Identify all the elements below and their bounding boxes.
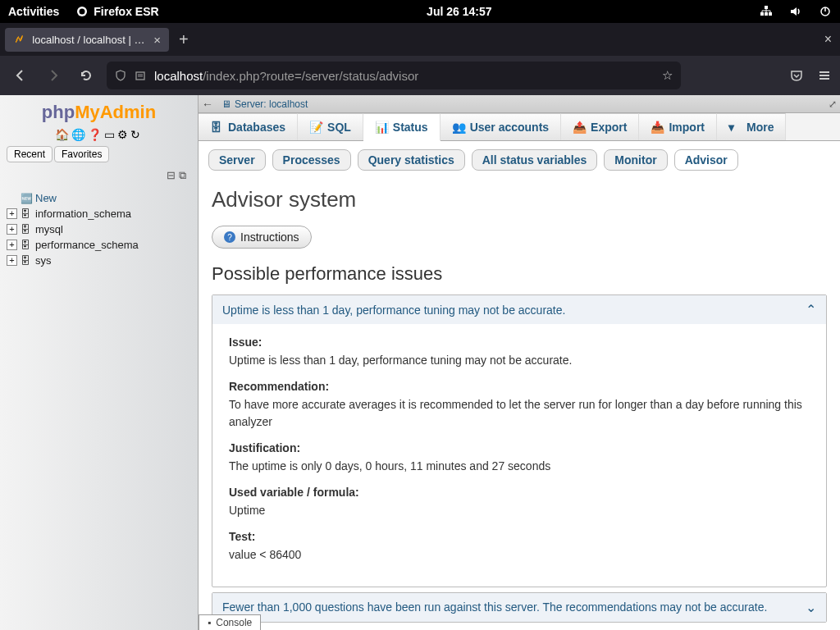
section-heading: Possible performance issues — [212, 263, 827, 285]
subtab-query-statistics[interactable]: Query statistics — [358, 149, 465, 171]
home-icon[interactable]: 🏠 — [55, 128, 71, 141]
test-text: value < 86400 — [229, 546, 810, 563]
export-icon: 📤 — [573, 121, 586, 134]
recommendation-text: To have more accurate averages it is rec… — [229, 396, 810, 430]
firefox-icon — [75, 5, 89, 18]
recommendation-label: Recommendation: — [229, 380, 810, 393]
svg-rect-5 — [769, 12, 772, 16]
expand-icon[interactable]: + — [7, 208, 17, 219]
expand-icon[interactable]: + — [7, 255, 17, 266]
variable-label: Used variable / formula: — [229, 486, 810, 499]
database-icon: 🗄 — [21, 240, 32, 251]
issue-title: Uptime is less than 1 day, performance t… — [222, 304, 806, 317]
subtab-monitor[interactable]: Monitor — [604, 149, 667, 171]
logout-icon[interactable]: 🌐 — [71, 128, 88, 141]
db-node-information-schema[interactable]: +🗄information_schema — [7, 206, 194, 221]
issue-label: Issue: — [229, 336, 810, 349]
forward-button[interactable] — [41, 63, 66, 88]
panel-collapse-icon[interactable]: ⤢ — [829, 98, 837, 110]
console-tab[interactable]: ▪ Console — [199, 614, 261, 630]
panel-back-icon[interactable]: ← — [202, 98, 213, 111]
chevron-down-icon: ⌄ — [806, 600, 816, 615]
back-button[interactable] — [8, 63, 33, 88]
network-icon[interactable] — [760, 5, 773, 18]
status-icon: 📊 — [375, 121, 388, 134]
tab-more[interactable]: ▾More — [717, 113, 786, 140]
sql-icon[interactable]: ▭ — [104, 128, 117, 141]
new-db-link[interactable]: 🆕New — [7, 190, 194, 206]
tab-status[interactable]: 📊Status — [363, 113, 441, 141]
page-info-icon[interactable] — [135, 70, 148, 81]
tab-sql[interactable]: 📝SQL — [298, 113, 363, 140]
tab-export[interactable]: 📤Export — [561, 113, 639, 140]
issue-title: Fewer than 1,000 questions have been run… — [222, 600, 806, 614]
db-tree: 🆕New +🗄information_schema +🗄mysql +🗄perf… — [0, 185, 198, 272]
bookmark-star-icon[interactable]: ☆ — [662, 68, 673, 83]
tab-user-accounts[interactable]: 👥User accounts — [441, 113, 561, 140]
tab-favicon: 🗲 — [13, 33, 25, 46]
chevron-up-icon: ⌃ — [806, 302, 816, 317]
app-name[interactable]: Firefox ESR — [94, 5, 158, 18]
phpmyadmin-app: phpMyAdmin 🏠🌐❓▭⚙↻ Recent Favorites ⊟ ⧉ 🆕… — [0, 95, 840, 630]
svg-rect-2 — [765, 6, 768, 9]
activities-button[interactable]: Activities — [8, 5, 59, 18]
subtab-all-status-variables[interactable]: All status variables — [472, 149, 598, 171]
issue-body: Issue: Uptime is less than 1 day, perfor… — [212, 324, 826, 587]
power-icon[interactable] — [819, 5, 832, 18]
issue-header[interactable]: Fewer than 1,000 questions have been run… — [212, 593, 826, 622]
svg-point-1 — [80, 9, 85, 15]
tab-title: localhost / localhost | php — [32, 34, 147, 46]
issue-panel-1: Uptime is less than 1 day, performance t… — [212, 294, 827, 587]
server-icon: 🖥 — [221, 98, 231, 110]
databases-icon: 🗄 — [210, 121, 223, 134]
expand-icon[interactable]: + — [7, 224, 17, 235]
issue-text: Uptime is less than 1 day, performance t… — [229, 352, 810, 368]
favorites-tab[interactable]: Favorites — [54, 146, 109, 162]
svg-rect-3 — [760, 12, 764, 16]
db-node-mysql[interactable]: +🗄mysql — [7, 221, 194, 237]
shield-icon[interactable] — [115, 70, 128, 81]
pocket-icon[interactable] — [789, 68, 804, 83]
issue-panel-2: Fewer than 1,000 questions have been run… — [212, 592, 827, 623]
issue-header[interactable]: Uptime is less than 1 day, performance t… — [212, 295, 826, 324]
settings-icon[interactable]: ⚙ — [117, 128, 130, 141]
status-subtabs: Server Processes Query statistics All st… — [199, 141, 840, 179]
main-tabs: 🗄Databases 📝SQL 📊Status 👥User accounts 📤… — [199, 113, 840, 141]
instructions-button[interactable]: ?Instructions — [212, 226, 312, 249]
sidebar-icon-row: 🏠🌐❓▭⚙↻ — [0, 126, 198, 143]
variable-text: Uptime — [229, 502, 810, 518]
expand-icon[interactable]: + — [7, 240, 17, 250]
db-node-performance-schema[interactable]: +🗄performance_schema — [7, 237, 194, 253]
url-text: localhost/index.php?route=/server/status… — [154, 69, 655, 83]
justification-label: Justification: — [229, 441, 810, 454]
database-icon: 🗄 — [21, 224, 32, 235]
users-icon: 👥 — [452, 121, 465, 134]
volume-icon[interactable] — [789, 5, 802, 18]
hamburger-menu-icon[interactable] — [817, 68, 832, 83]
close-window-icon[interactable]: × — [821, 29, 835, 50]
phpmyadmin-logo[interactable]: phpMyAdmin — [0, 95, 198, 126]
server-breadcrumb[interactable]: 🖥Server: localhost — [221, 98, 308, 110]
subtab-advisor[interactable]: Advisor — [674, 149, 738, 171]
test-label: Test: — [229, 530, 810, 543]
subtab-server[interactable]: Server — [208, 149, 266, 171]
collapse-icons[interactable]: ⊟ ⧉ — [0, 166, 198, 185]
reload-button[interactable] — [74, 63, 98, 88]
tab-import[interactable]: 📥Import — [639, 113, 717, 140]
recent-tab[interactable]: Recent — [7, 146, 52, 162]
reload-icon[interactable]: ↻ — [130, 128, 143, 141]
justification-text: The uptime is only 0 days, 0 hours, 11 m… — [229, 458, 810, 474]
close-tab-icon[interactable]: × — [153, 33, 161, 47]
content-area: Advisor system ?Instructions Possible pe… — [199, 179, 840, 630]
console-icon: ▪ — [208, 617, 211, 628]
tab-databases[interactable]: 🗄Databases — [199, 113, 298, 140]
breadcrumb-bar: ← 🖥Server: localhost ⤢ — [199, 95, 840, 113]
docs-icon[interactable]: ❓ — [88, 128, 104, 141]
subtab-processes[interactable]: Processes — [272, 149, 351, 171]
browser-tab[interactable]: 🗲 localhost / localhost | php × — [5, 28, 169, 52]
db-node-sys[interactable]: +🗄sys — [7, 253, 194, 268]
page-title: Advisor system — [212, 187, 827, 212]
new-tab-button[interactable]: + — [179, 30, 189, 49]
clock[interactable]: Jul 26 14:57 — [427, 5, 491, 18]
url-bar[interactable]: localhost/index.php?route=/server/status… — [107, 62, 681, 89]
